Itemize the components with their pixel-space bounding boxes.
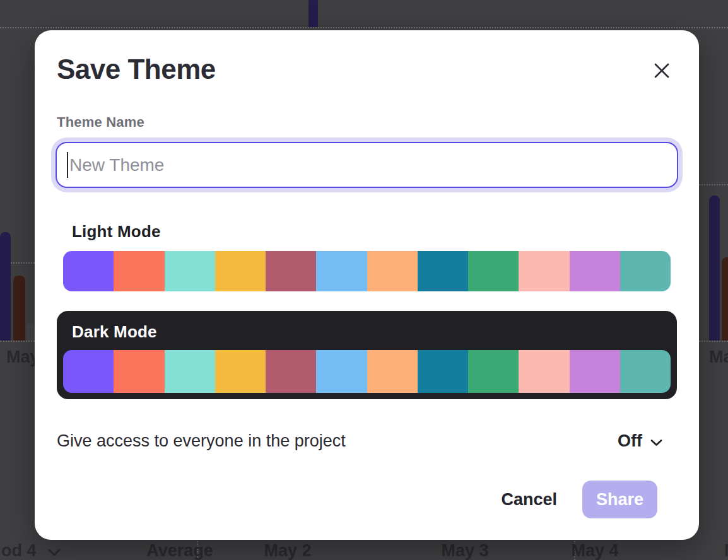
theme-name-input[interactable] [56,142,678,188]
light-mode-label: Light Mode [63,222,671,242]
light-mode-section: Light Mode [57,222,677,291]
palette-swatch [165,251,215,291]
chart-axis-line [0,341,35,342]
period-dropdown: od 4 [1,541,61,560]
palette-swatch [367,350,418,393]
dark-mode-label: Dark Mode [63,322,671,342]
palette-swatch [418,251,468,291]
chevron-down-icon [48,549,61,556]
column-header: Average [146,541,213,560]
dialog-header: Save Theme [57,54,677,85]
palette-swatch [519,350,569,393]
light-palette-row [63,251,671,291]
palette-swatch [266,251,316,291]
palette-swatch [367,251,418,291]
palette-swatch [215,251,266,291]
palette-swatch [63,251,114,291]
access-label: Give access to everyone in the project [57,431,346,451]
cancel-button[interactable]: Cancel [501,490,557,510]
palette-swatch [418,350,468,393]
dialog-title: Save Theme [57,54,216,85]
column-header: May 4 [571,541,618,560]
palette-swatch [63,350,114,393]
x-axis-label: Ma [709,347,728,367]
close-icon [653,62,671,79]
palette-swatch [165,350,215,393]
column-header: M [724,541,728,560]
dialog-actions: Cancel Share [57,481,677,518]
text-caret [67,152,68,178]
palette-swatch [316,251,367,291]
chart-gridline [699,184,728,185]
palette-swatch [570,251,620,291]
palette-swatch [570,350,620,393]
palette-swatch [468,350,519,393]
chart-bar [722,257,728,341]
palette-swatch [519,251,569,291]
access-row: Give access to everyone in the project O… [57,431,677,451]
period-dropdown-label: od 4 [1,541,37,560]
palette-swatch [114,350,164,393]
chart-bar [0,232,11,341]
chart-bar [13,276,25,341]
column-header: May 3 [441,541,488,560]
chart-bar [308,0,318,27]
chart-gridline [0,27,728,28]
theme-name-field-wrap [56,142,678,188]
palette-swatch [114,251,164,291]
column-header: May 2 [264,541,311,560]
chart-axis-line [699,341,728,342]
dark-mode-section: Dark Mode [57,311,677,399]
chart-bar [709,195,720,341]
palette-swatch [468,251,519,291]
share-button[interactable]: Share [582,481,657,518]
palette-swatch [620,350,671,393]
palette-swatch [620,251,671,291]
palette-swatch [316,350,367,393]
access-dropdown[interactable]: Off [618,431,662,451]
palette-swatch [215,350,266,393]
save-theme-dialog: Save Theme Theme Name Light Mode Dark Mo… [35,30,699,540]
theme-name-label: Theme Name [57,114,677,131]
chevron-down-icon [650,439,662,446]
chart-bar [26,323,35,341]
close-button[interactable] [650,59,673,82]
access-dropdown-value: Off [618,431,642,451]
dark-palette-row [63,350,671,393]
palette-swatch [266,350,316,393]
